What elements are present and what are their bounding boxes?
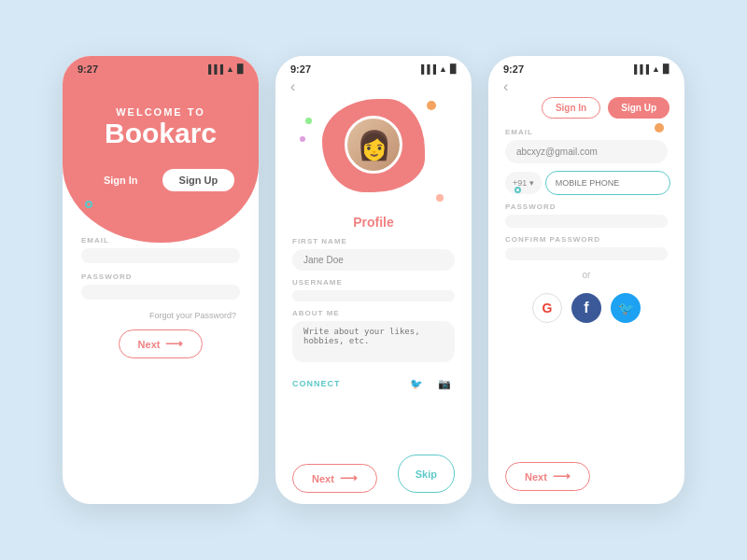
email-label-3: EMAIL: [505, 128, 668, 136]
signal-icon-2: ▐▐▐: [418, 64, 436, 74]
next-button-3[interactable]: Next ⟶: [505, 462, 590, 491]
wifi-icon-2: ▲: [439, 64, 447, 74]
sign-in-button-3[interactable]: Sign In: [542, 97, 600, 119]
next-label-3: Next: [525, 471, 547, 483]
phone1-content: WELCOME TO Bookarc Sign In Sign Up EMAIL…: [63, 78, 259, 504]
next-label-2: Next: [312, 473, 334, 484]
status-icons-2: ▐▐▐ ▲ ▉: [418, 64, 457, 74]
teal-dot-decoration: [85, 201, 92, 208]
sign-in-button[interactable]: Sign In: [87, 169, 155, 191]
profile-bottom-buttons: Next ⟶ Skip: [275, 449, 472, 504]
auth-buttons-3: Sign In Sign Up: [488, 97, 684, 119]
profile-form: FIRST NAME Jane Doe USERNAME ABOUT ME CO…: [275, 237, 472, 449]
signal-icon: ▐▐▐: [205, 64, 223, 74]
email-label: EMAIL: [81, 236, 240, 245]
confirm-password-input[interactable]: [505, 247, 668, 260]
twitter-connect-icon[interactable]: 🐦: [406, 373, 427, 394]
about-row: ABOUT ME: [292, 309, 455, 362]
next-arrow-icon-1: ⟶: [165, 337, 183, 351]
email-row-3: EMAIL abcxyz@gmail.com: [505, 128, 668, 163]
welcome-to-label: WELCOME TO: [105, 106, 217, 118]
mobile-input[interactable]: [545, 171, 670, 195]
back-button-2[interactable]: ‹: [275, 78, 472, 95]
mobile-input-row: +91 ▾: [505, 171, 668, 195]
status-icons-1: ▐▐▐ ▲ ▉: [205, 64, 244, 74]
status-bar-3: 9:27 ▐▐▐ ▲ ▉: [488, 56, 684, 78]
avatar-emoji: 👩: [357, 129, 391, 161]
login-form: EMAIL PASSWORD Forgot your Password?: [63, 236, 259, 320]
social-icons: 🐦 📷: [406, 373, 455, 394]
first-name-input[interactable]: Jane Doe: [292, 249, 455, 271]
instagram-connect-icon[interactable]: 📷: [434, 373, 455, 394]
battery-icon-3: ▉: [663, 64, 669, 74]
status-time-1: 9:27: [78, 63, 98, 75]
about-textarea[interactable]: [292, 321, 455, 362]
green-dot: [305, 118, 312, 124]
signup-form: EMAIL abcxyz@gmail.com +91 ▾ PASSWORD CO…: [488, 128, 684, 447]
twitter-icon: 🐦: [618, 301, 634, 315]
country-code[interactable]: +91 ▾: [505, 172, 542, 194]
password-row-3: PASSWORD: [505, 203, 668, 228]
google-login-button[interactable]: G: [532, 293, 562, 323]
social-login-row: G f 🐦: [505, 293, 668, 323]
profile-blob-area: 👩: [275, 90, 472, 211]
next-arrow-icon-3: ⟶: [553, 469, 571, 483]
orange-dot: [427, 101, 436, 110]
email-field-row: EMAIL: [81, 236, 240, 263]
email-input-3[interactable]: abcxyz@gmail.com: [505, 140, 668, 163]
welcome-text: WELCOME TO Bookarc: [105, 106, 217, 148]
status-bar-2: 9:27 ▐▐▐ ▲ ▉: [275, 56, 472, 78]
skip-button[interactable]: Skip: [398, 455, 455, 493]
profile-title: Profile: [275, 215, 472, 230]
next-button-1[interactable]: Next ⟶: [119, 329, 204, 358]
username-input[interactable]: [292, 290, 455, 301]
next-label-1: Next: [138, 339, 161, 350]
first-name-row: FIRST NAME Jane Doe: [292, 237, 455, 271]
wifi-icon: ▲: [226, 64, 234, 74]
forgot-password-link[interactable]: Forgot your Password?: [81, 311, 240, 320]
avatar: 👩: [345, 116, 402, 174]
or-divider: or: [505, 270, 668, 280]
phone-screen-2: 9:27 ▐▐▐ ▲ ▉ ‹ 👩 Profile FIRST NAME Jane…: [275, 56, 472, 504]
password-input[interactable]: [81, 285, 240, 300]
sign-up-button[interactable]: Sign Up: [162, 169, 235, 191]
next-arrow-icon-2: ⟶: [340, 471, 358, 485]
sign-up-button-3[interactable]: Sign Up: [608, 97, 669, 119]
phone-screen-3: 9:27 ▐▐▐ ▲ ▉ ‹ Sign In Sign Up EMAIL abc…: [488, 56, 684, 504]
status-time-2: 9:27: [290, 63, 311, 75]
auth-buttons: Sign In Sign Up: [87, 169, 234, 191]
orange-dot-3: [655, 123, 664, 133]
wifi-icon-3: ▲: [652, 64, 660, 74]
phone-screen-1: 9:27 ▐▐▐ ▲ ▉ WELCOME TO Bookarc Sign In …: [63, 56, 259, 504]
first-name-label: FIRST NAME: [292, 237, 455, 245]
password-label: PASSWORD: [81, 273, 240, 281]
status-icons-3: ▐▐▐ ▲ ▉: [631, 64, 669, 74]
mobile-row: +91 ▾: [505, 171, 668, 195]
signal-icon-3: ▐▐▐: [631, 64, 649, 74]
peach-dot: [436, 194, 444, 202]
teal-dot-3: [514, 187, 521, 193]
username-row: USERNAME: [292, 278, 455, 301]
username-label: USERNAME: [292, 278, 455, 287]
confirm-password-label: CONFIRM PASSWORD: [505, 235, 668, 244]
battery-icon: ▉: [237, 64, 244, 74]
facebook-login-button[interactable]: f: [571, 293, 601, 323]
connect-section: CONNECT 🐦 📷: [292, 370, 455, 398]
signup-bottom: Next ⟶: [488, 447, 684, 504]
app-name-label: Bookarc: [105, 118, 217, 148]
status-bar-1: 9:27 ▐▐▐ ▲ ▉: [63, 56, 259, 78]
purple-dot: [300, 136, 305, 142]
connect-label: CONNECT: [292, 379, 341, 388]
about-label: ABOUT ME: [292, 309, 455, 317]
facebook-icon: f: [584, 300, 588, 316]
confirm-password-row: CONFIRM PASSWORD: [505, 235, 668, 260]
back-button-3[interactable]: ‹: [488, 78, 684, 95]
email-input[interactable]: [81, 248, 240, 263]
next-button-2[interactable]: Next ⟶: [292, 464, 377, 493]
password-label-3: PASSWORD: [505, 203, 668, 211]
password-input-3[interactable]: [505, 215, 668, 228]
twitter-login-button[interactable]: 🐦: [611, 293, 641, 323]
battery-icon-2: ▉: [450, 64, 457, 74]
status-time-3: 9:27: [503, 63, 524, 75]
password-field-row: PASSWORD: [81, 273, 240, 300]
